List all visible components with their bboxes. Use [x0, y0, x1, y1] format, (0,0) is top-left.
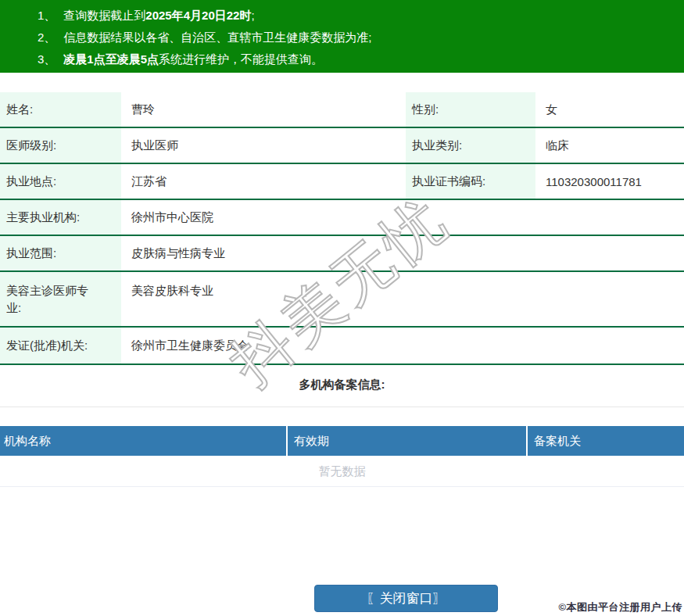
field-label-main-institution: 主要执业机构:	[0, 200, 121, 235]
field-value-main-institution: 徐州市中心医院	[121, 200, 684, 235]
empty-data-placeholder: 暂无数据	[0, 456, 684, 487]
platform-copyright-watermark: ©本图由平台注册用户上传	[558, 600, 682, 614]
record-table-header: 机构名称 有效期 备案机关	[0, 426, 684, 456]
field-label-cosmetic-specialty: 美容主诊医师专业:	[0, 272, 121, 326]
table-row: 执业范围: 皮肤病与性病专业	[0, 236, 684, 272]
field-value-name: 曹玲	[121, 92, 406, 127]
divider	[0, 406, 684, 407]
notice-text-bold: 凌晨1点至凌晨5点	[63, 52, 159, 66]
notice-text: ;	[251, 9, 254, 22]
table-row: 主要执业机构: 徐州市中心医院	[0, 200, 684, 236]
notice-text: 查询数据截止到	[63, 9, 145, 22]
field-value-practice-category: 临床	[535, 128, 684, 163]
table-row: 美容主诊医师专业: 美容皮肤科专业	[0, 272, 684, 328]
field-value-certificate-number: 110320300011781	[535, 164, 684, 199]
notice-line-2: 2、信息数据结果以各省、自治区、直辖市卫生健康委数据为准;	[38, 27, 676, 48]
notice-text: 信息数据结果以各省、自治区、直辖市卫生健康委数据为准;	[63, 30, 371, 44]
notice-text: 系统进行维护，不能提供查询。	[159, 52, 323, 66]
section-title-multi-institution: 多机构备案信息:	[0, 378, 684, 392]
field-value-doctor-level: 执业医师	[121, 128, 406, 163]
notice-line-3: 3、凌晨1点至凌晨5点系统进行维护，不能提供查询。	[38, 48, 676, 70]
notice-line-1: 1、查询数据截止到2025年4月20日22时;	[38, 5, 676, 27]
table-row: 医师级别: 执业医师 执业类别: 临床	[0, 128, 684, 164]
notice-text-bold: 2025年4月20日22时	[145, 9, 251, 22]
close-window-button[interactable]: 〖关闭窗口〗	[314, 585, 498, 612]
column-header-filing-authority: 备案机关	[528, 426, 684, 456]
field-value-practice-scope: 皮肤病与性病专业	[121, 236, 684, 270]
column-header-institution-name: 机构名称	[0, 426, 286, 456]
field-label-issuing-authority: 发证(批准)机关:	[0, 328, 121, 364]
field-label-certificate-number: 执业证书编码:	[406, 164, 535, 199]
field-label-name: 姓名:	[0, 92, 121, 127]
notice-banner: 1、查询数据截止到2025年4月20日22时; 2、信息数据结果以各省、自治区、…	[0, 0, 684, 73]
field-label-gender: 性别:	[406, 92, 535, 127]
notice-number: 1、	[38, 9, 56, 22]
table-row: 执业地点: 江苏省 执业证书编码: 110320300011781	[0, 164, 684, 200]
field-label-practice-scope: 执业范围:	[0, 236, 121, 270]
field-label-practice-location: 执业地点:	[0, 164, 121, 199]
table-row: 姓名: 曹玲 性别: 女	[0, 92, 684, 128]
column-header-validity-period: 有效期	[288, 426, 526, 456]
field-label-practice-category: 执业类别:	[406, 128, 535, 163]
field-label-doctor-level: 医师级别:	[0, 128, 121, 163]
table-row: 发证(批准)机关: 徐州市卫生健康委员会	[0, 328, 684, 365]
notice-number: 2、	[38, 30, 56, 44]
field-value-practice-location: 江苏省	[121, 164, 406, 199]
practitioner-info-table: 姓名: 曹玲 性别: 女 医师级别: 执业医师 执业类别: 临床 执业地点: 江…	[0, 92, 684, 365]
field-value-gender: 女	[535, 92, 684, 127]
notice-number: 3、	[38, 52, 56, 66]
field-value-cosmetic-specialty: 美容皮肤科专业	[121, 272, 684, 326]
field-value-issuing-authority: 徐州市卫生健康委员会	[121, 328, 684, 364]
